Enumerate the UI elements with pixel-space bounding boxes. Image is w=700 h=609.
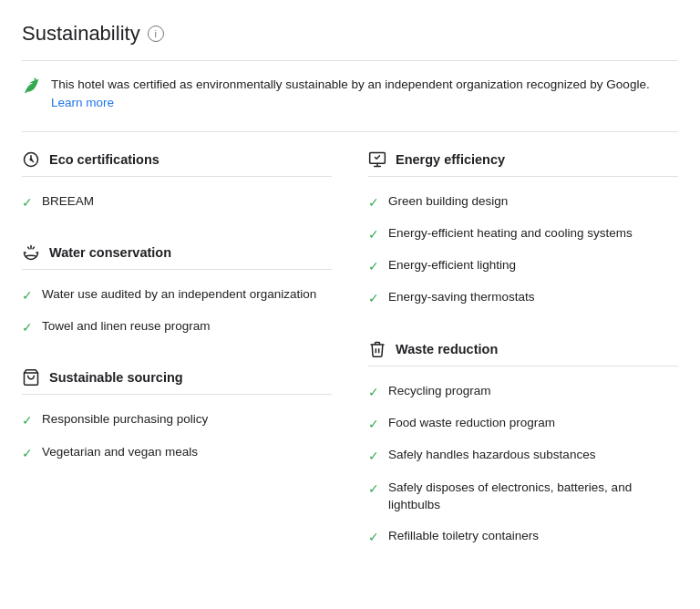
learn-more-link[interactable]: Learn more (51, 96, 114, 109)
info-icon[interactable]: i (148, 26, 164, 42)
waste-reduction-list: ✓ Recycling program ✓ Food waste reducti… (368, 376, 678, 552)
sustainable-sourcing-icon (22, 368, 40, 387)
check-icon: ✓ (368, 415, 379, 433)
eco-certifications-list: ✓ BREEAM (22, 186, 332, 218)
category-eco-certifications: Eco certifications ✓ BREEAM (22, 150, 332, 218)
list-item: ✓ Safely handles hazardous substances (368, 439, 678, 471)
cert-banner: This hotel was certified as environmenta… (22, 76, 678, 113)
energy-efficiency-icon (368, 150, 386, 169)
list-item: ✓ Safely disposes of electronics, batter… (368, 472, 678, 521)
check-icon: ✓ (22, 318, 33, 336)
eco-certifications-header: Eco certifications (22, 150, 332, 177)
leaf-icon (22, 77, 40, 95)
list-item: ✓ Energy-saving thermostats (368, 282, 678, 314)
category-sustainable-sourcing: Sustainable sourcing ✓ Responsible purch… (22, 368, 332, 469)
water-conservation-list: ✓ Water use audited by an independent or… (22, 279, 332, 344)
left-column: Eco certifications ✓ BREEAM Wat (22, 150, 332, 579)
list-item: ✓ Responsible purchasing policy (22, 404, 332, 436)
list-item: ✓ Green building design (368, 186, 678, 218)
list-item: ✓ Towel and linen reuse program (22, 311, 332, 343)
check-icon: ✓ (368, 289, 379, 307)
page-title: Sustainability (22, 22, 140, 46)
check-icon: ✓ (368, 257, 379, 275)
list-item: ✓ Food waste reduction program (368, 408, 678, 439)
eco-certifications-title: Eco certifications (49, 152, 160, 167)
list-item: ✓ Energy-efficient heating and cooling s… (368, 218, 678, 250)
waste-reduction-header: Waste reduction (368, 340, 678, 366)
section-divider (22, 131, 678, 132)
content-grid: Eco certifications ✓ BREEAM Wat (22, 150, 678, 579)
check-icon: ✓ (22, 411, 33, 429)
right-column: Energy efficiency ✓ Green building desig… (368, 150, 678, 579)
check-icon: ✓ (368, 193, 379, 212)
list-item: ✓ Refillable toiletry containers (368, 521, 678, 552)
check-icon: ✓ (368, 447, 379, 465)
check-icon: ✓ (368, 480, 379, 498)
page-header: Sustainability i (22, 22, 678, 46)
energy-efficiency-title: Energy efficiency (396, 152, 505, 167)
waste-reduction-icon (368, 340, 386, 358)
category-waste-reduction: Waste reduction ✓ Recycling program ✓ Fo… (368, 340, 678, 552)
waste-reduction-title: Waste reduction (396, 342, 498, 356)
category-energy-efficiency: Energy efficiency ✓ Green building desig… (368, 150, 678, 315)
cert-text: This hotel was certified as environmenta… (51, 76, 678, 113)
list-item: ✓ Energy-efficient lighting (368, 250, 678, 282)
list-item: ✓ Recycling program (368, 376, 678, 408)
list-item: ✓ BREEAM (22, 186, 332, 218)
header-divider (22, 60, 678, 61)
energy-efficiency-header: Energy efficiency (368, 150, 678, 177)
check-icon: ✓ (368, 528, 379, 546)
water-conservation-title: Water conservation (49, 245, 171, 260)
sustainable-sourcing-header: Sustainable sourcing (22, 368, 332, 395)
check-icon: ✓ (22, 286, 33, 304)
check-icon: ✓ (368, 225, 379, 243)
check-icon: ✓ (368, 383, 379, 401)
sustainable-sourcing-list: ✓ Responsible purchasing policy ✓ Vegeta… (22, 404, 332, 469)
list-item: ✓ Water use audited by an independent or… (22, 279, 332, 311)
water-conservation-icon (22, 243, 40, 262)
eco-certifications-icon (22, 150, 40, 169)
energy-efficiency-list: ✓ Green building design ✓ Energy-efficie… (368, 186, 678, 315)
check-icon: ✓ (22, 444, 33, 462)
svg-point-1 (30, 159, 32, 160)
water-conservation-header: Water conservation (22, 243, 332, 270)
check-icon: ✓ (22, 193, 33, 212)
category-water-conservation: Water conservation ✓ Water use audited b… (22, 243, 332, 344)
sustainable-sourcing-title: Sustainable sourcing (49, 370, 183, 385)
list-item: ✓ Vegetarian and vegan meals (22, 437, 332, 469)
